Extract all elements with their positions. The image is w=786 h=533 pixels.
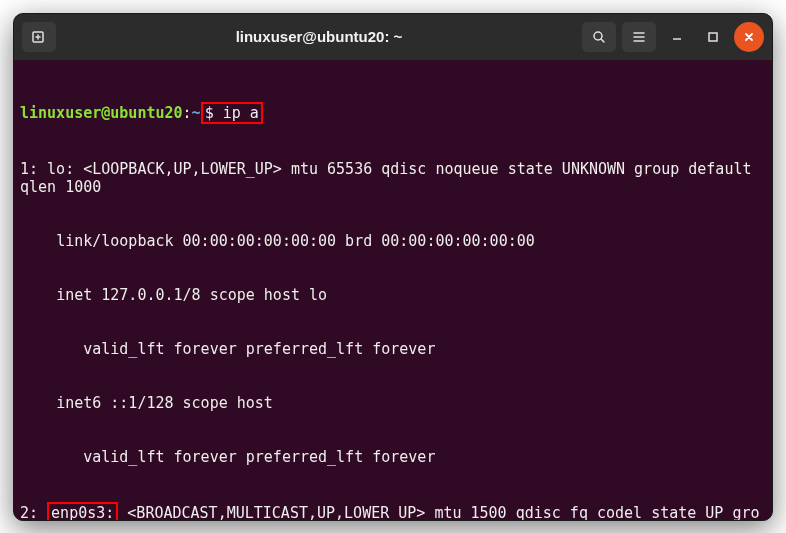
window-title: linuxuser@ubuntu20: ~	[62, 28, 576, 45]
search-button[interactable]	[582, 22, 616, 52]
close-button[interactable]	[734, 22, 764, 52]
output-line: 1: lo: <LOOPBACK,UP,LOWER_UP> mtu 65536 …	[20, 160, 766, 196]
menu-button[interactable]	[622, 22, 656, 52]
output-line: valid_lft forever preferred_lft forever	[20, 340, 766, 358]
output-line: link/loopback 00:00:00:00:00:00 brd 00:0…	[20, 232, 766, 250]
prompt-line-1: linuxuser@ubuntu20:~$ ip a	[20, 102, 766, 124]
new-tab-button[interactable]	[22, 22, 56, 52]
prompt-path: ~	[192, 104, 201, 122]
command-highlight: $ ip a	[201, 102, 263, 124]
maximize-button[interactable]	[698, 22, 728, 52]
terminal-window: linuxuser@ubuntu20: ~ linuxuser@ubuntu20…	[13, 13, 773, 521]
output-line: inet6 ::1/128 scope host	[20, 394, 766, 412]
terminal-body[interactable]: linuxuser@ubuntu20:~$ ip a 1: lo: <LOOPB…	[14, 60, 772, 520]
output-line: inet 127.0.0.1/8 scope host lo	[20, 286, 766, 304]
svg-rect-2	[709, 33, 717, 41]
prompt-user: linuxuser@ubuntu20	[20, 104, 183, 122]
output-line: 2: enp0s3: <BROADCAST,MULTICAST,UP,LOWER…	[20, 502, 766, 520]
minimize-button[interactable]	[662, 22, 692, 52]
interface-highlight: enp0s3:	[47, 502, 118, 520]
command-text: ip a	[223, 104, 259, 122]
titlebar: linuxuser@ubuntu20: ~	[14, 14, 772, 60]
output-line: valid_lft forever preferred_lft forever	[20, 448, 766, 466]
